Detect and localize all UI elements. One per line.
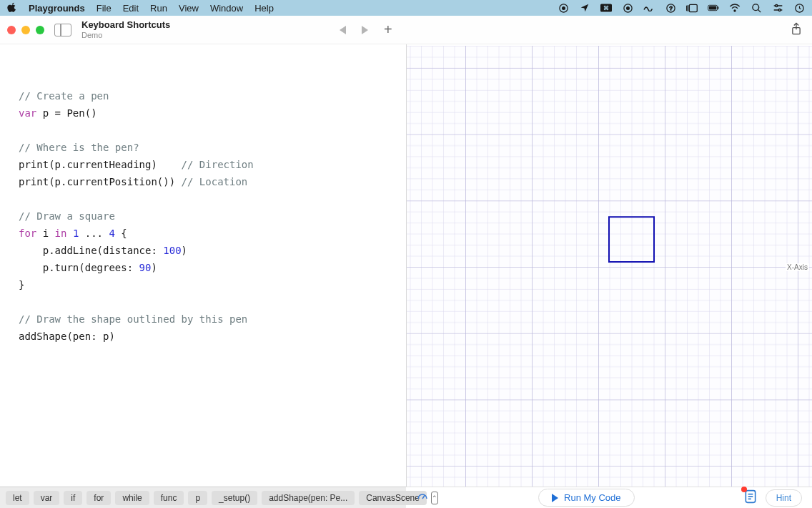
menu-window[interactable]: Window [210,3,243,14]
system-menubar: Playgrounds File Edit Run View Window He… [0,0,812,16]
results-icon[interactable] [744,489,757,507]
svg-line-26 [422,495,425,499]
suggestion-chip[interactable]: _setup() [212,491,257,505]
code-text: addShape(pen: p) [19,331,115,342]
menubar-left: Playgrounds File Edit Run View Window He… [7,2,274,14]
suggestion-chip[interactable]: if [64,491,82,505]
svg-point-5 [626,6,629,9]
code-text: } [19,279,24,290]
svg-point-14 [734,10,736,11]
play-icon [552,494,558,502]
svg-point-18 [775,5,777,7]
code-text: ) [182,245,187,256]
code-text: i [36,228,54,239]
window-subtitle: Demo [81,31,170,39]
prev-page-button[interactable] [340,26,346,34]
code-comment: // Location [182,176,248,187]
svg-rect-13 [718,6,718,9]
code-text: print(p.currentHeading) [19,159,182,170]
code-text [66,228,72,239]
apple-icon[interactable] [7,2,17,14]
canvas-grid: X-Axis [407,44,812,487]
minimize-window-button[interactable] [21,26,30,34]
suggestion-chip[interactable]: var [34,491,60,505]
code-editor[interactable]: // Create a pen var p = Pen() // Where i… [19,87,393,345]
svg-rect-8 [689,4,697,11]
menu-help[interactable]: Help [254,3,274,14]
svg-point-20 [778,9,781,11]
window-toolbar: Keyboard Shortcuts Demo + [0,16,812,44]
code-comment: // Where is the pen? [19,142,139,153]
suggestion-chip[interactable]: p [188,491,207,505]
battery-icon[interactable] [708,2,719,14]
notification-badge [741,487,747,492]
share-button[interactable] [791,22,802,38]
menu-file[interactable]: File [96,3,112,14]
code-text: p = Pen() [36,107,96,119]
x-axis-label: X-Axis [786,263,809,271]
speedometer-icon[interactable] [416,490,429,506]
code-comment: // Create a pen [19,90,109,102]
code-number: 4 [109,228,114,239]
menu-run[interactable]: Run [150,3,167,14]
sidebar-toggle-icon[interactable] [54,24,71,36]
window-traffic-lights [7,26,44,34]
menu-edit[interactable]: Edit [123,3,139,14]
svg-point-1 [562,6,565,10]
code-number: 90 [139,262,152,273]
window-title-block: Keyboard Shortcuts Demo [81,20,170,39]
squiggle-icon[interactable] [643,2,655,14]
svg-line-16 [758,9,761,12]
code-text: p.addLine(distance: [19,245,163,256]
code-text: print(p.currentPosition()) [19,176,182,187]
code-keyword: for [19,228,36,239]
add-page-button[interactable]: + [384,21,392,38]
code-suggestions-bar: let var if for while func p _setup() add… [0,487,406,508]
location-icon[interactable] [579,2,590,14]
menu-view[interactable]: View [179,3,199,14]
suggestion-chip[interactable]: for [86,491,111,505]
svg-rect-25 [407,46,812,487]
svg-text:⌘: ⌘ [603,5,609,11]
bottom-bar: let var if for while func p _setup() add… [0,487,812,508]
code-text: ) [151,262,157,273]
page-nav-controls: + [340,21,392,38]
keyboard-layout-icon[interactable]: ⌘ [600,2,612,14]
suggestion-chip[interactable]: func [154,491,184,505]
zoom-window-button[interactable] [36,26,44,34]
stage-manager-icon[interactable] [686,2,698,14]
help-icon[interactable]: ? [665,2,676,14]
suggestion-chip[interactable]: while [115,491,149,505]
code-comment: // Draw a square [19,210,115,222]
run-my-code-button[interactable]: Run My Code [538,489,634,507]
live-view-controls: Run My Code Hint [406,487,812,508]
wifi-icon[interactable] [729,2,741,14]
code-keyword: in [55,228,67,239]
code-comment: // Draw the shape outlined by this pen [19,313,247,325]
control-center-icon[interactable] [772,2,783,14]
live-view-pane: X-Axis [407,44,812,487]
clock-icon[interactable] [793,2,805,14]
close-window-button[interactable] [7,26,16,34]
svg-rect-12 [709,6,716,10]
suggestion-chip[interactable]: let [6,491,29,505]
next-page-button[interactable] [362,26,368,34]
svg-text:?: ? [669,5,672,11]
menubar-status-icons: ⌘ ? [558,2,805,14]
badge-icon[interactable] [622,2,633,14]
svg-point-15 [752,4,758,10]
code-text: { [115,228,127,239]
code-comment: // Direction [182,159,254,170]
record-icon[interactable] [558,2,569,14]
hint-button[interactable]: Hint [766,489,802,507]
app-name-menu[interactable]: Playgrounds [29,3,85,14]
window-title: Keyboard Shortcuts [81,20,170,30]
code-text: p.turn(degrees: [19,262,139,273]
suggestion-chip[interactable]: addShape(pen: Pe... [262,491,355,505]
spotlight-icon[interactable] [751,2,762,14]
code-editor-pane[interactable]: // Create a pen var p = Pen() // Where i… [0,44,406,487]
code-keyword: var [19,107,36,119]
main-split: // Create a pen var p = Pen() // Where i… [0,44,812,487]
code-text: ... [79,228,109,239]
run-button-label: Run My Code [564,492,620,503]
